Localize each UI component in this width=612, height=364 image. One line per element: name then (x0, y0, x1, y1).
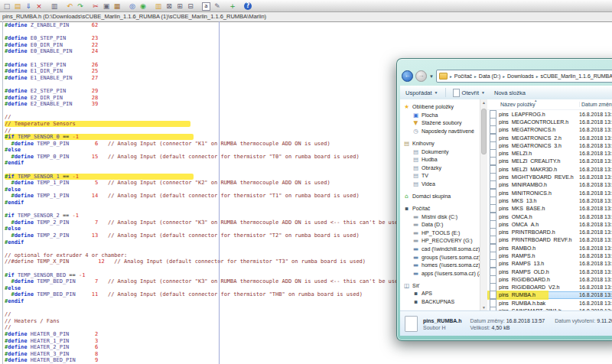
file-row[interactable]: pins_MEGATRONICS.h16.8.2018 13:57 (487, 126, 612, 134)
new-project-icon[interactable]: ▥ (153, 2, 164, 11)
breadcrumb-item[interactable]: sCUBE_Marlin_1.1.6_RUMBA (1) (540, 73, 612, 79)
sidebar-item-naposledy-nav-t-ven-[interactable]: ◷Naposledy navštívené (400, 127, 480, 135)
column-header-date[interactable]: Datum změny (579, 102, 612, 107)
scroll-up-icon[interactable]: ▲ (480, 100, 487, 105)
sidebar-item-backupnas[interactable]: ▪BACKUPNAS (400, 297, 480, 306)
file-row[interactable]: pins_RAMPS_13.h16.8.2018 13:57 (487, 260, 612, 268)
file-row[interactable]: pins_RIGIDBOARD.h16.8.2018 13:57 (487, 275, 612, 283)
sidebar-item-hudba[interactable]: ▤Hudba (400, 155, 480, 164)
file-row[interactable]: pins_MELZI_CREALITY.h16.8.2018 13:57 (487, 158, 612, 165)
redo-icon[interactable]: ↷ (75, 2, 86, 11)
organize-menu[interactable]: Uspořádat ▼ (405, 89, 438, 96)
file-row[interactable]: pins_RAMPS_OLD.h16.8.2018 13:57 (487, 268, 612, 275)
toolbar-separator (238, 2, 243, 11)
breadcrumb-separator-icon: ▸ (503, 74, 505, 79)
file-row[interactable]: pins_MINIRAMBO.h16.8.2018 13:57 (487, 181, 612, 189)
explorer-titlebar[interactable] (400, 60, 612, 68)
settings-icon[interactable]: ✎ (212, 2, 223, 11)
file-row[interactable]: pins_RAMPS.h16.8.2018 13:57 (487, 252, 612, 259)
font-icon[interactable]: a (202, 2, 210, 11)
new-folder-button[interactable]: Nová složka (494, 89, 526, 96)
scrollbar-thumb[interactable] (481, 109, 487, 154)
file-row[interactable]: pins_RUMBA.h.bak16.8.2018 13:57 (487, 299, 612, 307)
file-name: pins_MINITRONICS.h (499, 190, 579, 196)
sidebar-item-aps[interactable]: ▪APS (400, 290, 480, 298)
sidebar-item-data-d-[interactable]: ▬Data (D:) (400, 220, 480, 229)
back-button[interactable]: ← (402, 70, 413, 82)
sidebar-item-m-stn-disk-c-[interactable]: ▬Místní disk (C:) (400, 213, 480, 221)
file-row[interactable]: pins_MKS_13.h16.8.2018 13:57 (487, 197, 612, 204)
sidebar-item-plocha[interactable]: ▣Plocha (400, 111, 480, 119)
find-in-files-icon[interactable]: ◉ (138, 2, 148, 11)
sidebar-item-hp-tools-e-[interactable]: ▬HP_TOOLS (E:) (400, 229, 480, 237)
print-icon[interactable]: ▥ (49, 2, 60, 11)
file-row[interactable]: pins_MKS_BASE.h16.8.2018 13:57 (487, 205, 612, 213)
window-add-icon[interactable]: ⊞ (174, 2, 185, 11)
sidebar-group-obl-ben-polo-ky[interactable]: ★Oblíbené položky (400, 102, 480, 111)
sidebar-item-label: Stažené soubory (422, 120, 462, 125)
file-tab[interactable]: pins_RUMBA.h (D:\Downloads\sCUBE_Marlin_… (2, 13, 266, 20)
file-row[interactable]: pins_MEGACONTROLLER.h16.8.2018 13:57 (487, 118, 612, 125)
sidebar-item-videa[interactable]: ▤Videa (400, 180, 480, 188)
file-row[interactable]: pins_RUMBA.h16.8.2018 13:57 (487, 291, 612, 299)
file-row[interactable]: pins_MINITRONICS.h16.8.2018 13:57 (487, 189, 612, 197)
breadcrumb-item[interactable]: Data (D:) (479, 73, 500, 79)
open-menu[interactable]: Otevřít ▼ (453, 89, 485, 97)
sidebar-item-tv[interactable]: ▤TV (400, 172, 480, 180)
sidebar-group-knihovny[interactable]: ▤Knihovny (400, 139, 480, 148)
file-row[interactable]: pins_MELZI_MAKR3D.h16.8.2018 13:57 (487, 165, 612, 173)
file-row[interactable]: pins_RAMBO.h16.8.2018 13:57 (487, 244, 612, 252)
file-row[interactable]: pins_MEGATRONICS_3.h16.8.2018 13:57 (487, 141, 612, 149)
open-folder-icon[interactable]: ▤ (12, 2, 23, 11)
favorites-star-icon: ★ (403, 103, 410, 110)
breadcrumb-item[interactable]: Downloads (507, 73, 534, 79)
file-row[interactable]: pins_MELZI.h16.8.2018 13:57 (487, 149, 612, 157)
file-row[interactable]: pins_PRINTRBOARD.h16.8.2018 13:57 (487, 228, 612, 236)
sidebar-item-apps-users-soma-cz-z[interactable]: ▬apps (\\users.soma.cz) (Z (400, 269, 480, 278)
recent-pages-dropdown[interactable]: ▼ (429, 74, 434, 79)
find-icon[interactable]: ◎ (127, 2, 138, 11)
paste-icon[interactable]: ▦ (112, 2, 122, 11)
add-plugin-icon[interactable]: + (227, 2, 238, 11)
file-row[interactable]: pins_OMCA.h16.8.2018 13:57 (487, 213, 612, 220)
sidebar-item-cad-windchill-soma-cz-[interactable]: ▬cad (\\windchill.soma.cz) (400, 245, 480, 253)
file-row[interactable]: pins_OMCA_A.h16.8.2018 13:57 (487, 220, 612, 228)
sidebar-group-dom-c-skupina[interactable]: ⌂Domácí skupina (400, 192, 480, 200)
save-file-icon[interactable]: ⇓ (23, 2, 34, 11)
undo-icon[interactable]: ↶ (64, 2, 75, 11)
column-header-name[interactable]: Název položky (487, 102, 579, 107)
file-name: pins_PRINTRBOARD.h (499, 229, 579, 235)
sidebar-item-label: apps (\\users.soma.cz) (Z (422, 271, 480, 276)
file-date: 16.8.2018 13:57 (579, 119, 612, 125)
new-file-icon[interactable]: □ (2, 2, 12, 11)
copy-icon[interactable]: ▣ (101, 2, 112, 11)
file-row[interactable]: pins_SAINSMART_2IN1.h16.8.2018 13:57 (487, 307, 612, 310)
window-remove-icon[interactable]: ⊟ (185, 2, 196, 11)
file-row[interactable]: pins_MIGHTYBOARD_REVE.h16.8.2018 13:57 (487, 173, 612, 180)
details-filename: pins_RUMBA.h (423, 318, 462, 323)
sidebar-item-dokumenty[interactable]: ▤Dokumenty (400, 148, 480, 156)
sidebar-item-obr-zky[interactable]: ▤Obrázky (400, 164, 480, 172)
sidebar-item-hp-recovery-g-[interactable]: ▬HP_RECOVERY (G:) (400, 237, 480, 245)
library-pictures-icon: ▤ (412, 164, 419, 171)
file-name: pins_RAMPS.h (499, 253, 579, 258)
scroll-down-icon[interactable]: ▼ (480, 305, 487, 310)
address-bar[interactable]: ▸Počítač▸Data (D:)▸Downloads▸sCUBE_Marli… (436, 70, 612, 83)
sidebar-item-homes-users-soma-cz-[interactable]: ▬homes (\\users.soma.cz) (400, 261, 480, 269)
forward-button[interactable]: → (415, 70, 427, 82)
sidebar-item-sta-en-soubory[interactable]: ▼Stažené soubory (400, 119, 480, 128)
file-row[interactable]: pins_LEAPFROG.h16.8.2018 13:57 (487, 110, 612, 118)
code-line: #define Z_ENABLE_PIN 62 (5, 22, 612, 29)
window-close-icon[interactable]: ⊠ (164, 2, 174, 11)
file-date: 16.8.2018 13:57 (579, 301, 612, 306)
sidebar-scrollbar[interactable]: ▲ ▼ (480, 99, 487, 310)
cut-icon[interactable]: ✂ (90, 2, 101, 11)
close-file-icon[interactable]: × (34, 2, 44, 11)
help-icon[interactable]: ? (244, 2, 252, 10)
breadcrumb-item[interactable]: Počítač (454, 73, 472, 79)
sidebar-group-po-ta-[interactable]: ▪Počítač (400, 204, 480, 213)
file-row[interactable]: pins_PRINTRBOARD_REVF.h16.8.2018 13:57 (487, 236, 612, 244)
sidebar-item-groups-users-soma-cz-[interactable]: ▬groups (\\users.soma.cz) (400, 253, 480, 262)
file-row[interactable]: pins_MEGATRONICS_2.h16.8.2018 13:57 (487, 134, 612, 141)
sidebar-group-s-[interactable]: ◫Síť (400, 281, 480, 290)
